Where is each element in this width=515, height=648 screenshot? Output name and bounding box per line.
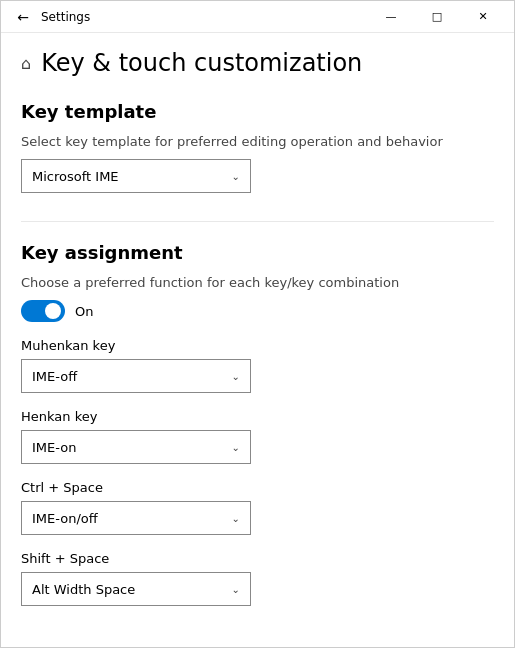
toggle-row: On [21,300,494,322]
shift-space-dropdown[interactable]: Alt Width Space ⌄ [21,572,251,606]
chevron-down-icon: ⌄ [232,171,240,182]
toggle-knob [45,303,61,319]
muhenkan-wrapper: Muhenkan key IME-off ⌄ [21,338,494,393]
ctrl-space-wrapper: Ctrl + Space IME-on/off ⌄ [21,480,494,535]
chevron-down-icon: ⌄ [232,442,240,453]
section-divider [21,221,494,222]
minimize-button[interactable]: — [368,1,414,33]
chevron-down-icon: ⌄ [232,584,240,595]
shift-space-label: Shift + Space [21,551,494,566]
page-header: ⌂ Key & touch customization [21,49,494,77]
ctrl-space-value: IME-on/off [32,511,98,526]
shift-space-value: Alt Width Space [32,582,135,597]
titlebar-title: Settings [41,10,368,24]
titlebar: ← Settings — □ ✕ [1,1,514,33]
settings-window: ← Settings — □ ✕ ⌂ Key & touch customiza… [0,0,515,648]
henkan-label: Henkan key [21,409,494,424]
key-template-section: Key template Select key template for pre… [21,101,494,193]
home-icon: ⌂ [21,54,31,73]
maximize-button[interactable]: □ [414,1,460,33]
ctrl-space-dropdown[interactable]: IME-on/off ⌄ [21,501,251,535]
key-template-title: Key template [21,101,494,122]
close-button[interactable]: ✕ [460,1,506,33]
henkan-wrapper: Henkan key IME-on ⌄ [21,409,494,464]
page-title: Key & touch customization [41,49,362,77]
ctrl-space-label: Ctrl + Space [21,480,494,495]
muhenkan-value: IME-off [32,369,77,384]
muhenkan-label: Muhenkan key [21,338,494,353]
key-assignment-toggle[interactable] [21,300,65,322]
back-button[interactable]: ← [9,3,37,31]
key-assignment-title: Key assignment [21,242,494,263]
key-template-dropdown-value: Microsoft IME [32,169,119,184]
key-assignment-section: Key assignment Choose a preferred functi… [21,242,494,606]
shift-space-wrapper: Shift + Space Alt Width Space ⌄ [21,551,494,606]
key-assignment-description: Choose a preferred function for each key… [21,275,494,290]
chevron-down-icon: ⌄ [232,513,240,524]
chevron-down-icon: ⌄ [232,371,240,382]
key-template-dropdown[interactable]: Microsoft IME ⌄ [21,159,251,193]
key-template-description: Select key template for preferred editin… [21,134,494,149]
muhenkan-dropdown[interactable]: IME-off ⌄ [21,359,251,393]
window-controls: — □ ✕ [368,1,506,33]
toggle-label: On [75,304,93,319]
henkan-value: IME-on [32,440,76,455]
henkan-dropdown[interactable]: IME-on ⌄ [21,430,251,464]
content-area: ⌂ Key & touch customization Key template… [1,33,514,647]
